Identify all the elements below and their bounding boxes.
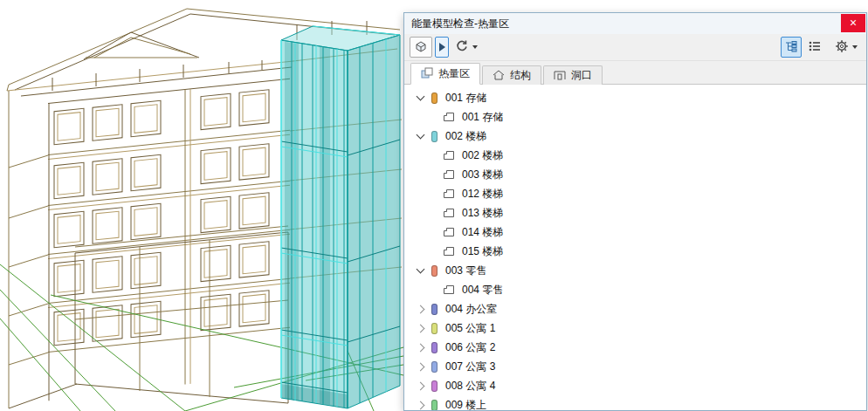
zone-stamp-icon — [443, 227, 455, 237]
group-label: 003 零售 — [445, 264, 486, 278]
tree-child-row[interactable]: 002 楼梯 — [404, 146, 866, 165]
child-label: 004 零售 — [462, 283, 503, 298]
tree-group-row[interactable]: 009 楼上 — [404, 395, 866, 410]
child-label: 012 楼梯 — [462, 187, 503, 202]
zone-color-swatch — [431, 92, 437, 104]
group-label: 007 公寓 3 — [445, 360, 495, 374]
tree-child-row[interactable]: 013 楼梯 — [404, 203, 866, 223]
tree-child-row[interactable]: 003 楼梯 — [404, 165, 866, 184]
tab-label: 结构 — [510, 68, 531, 83]
group-label: 006 公寓 2 — [445, 340, 495, 355]
child-label: 003 楼梯 — [462, 168, 503, 182]
tab-bar: 热量区 结构 洞口 — [404, 61, 866, 85]
window-title: 能量模型检查-热量区 — [411, 17, 509, 31]
tab-opening[interactable]: 洞口 — [543, 65, 603, 85]
model-update-button[interactable] — [410, 37, 432, 58]
house-icon — [493, 69, 505, 83]
cube-icon — [413, 39, 429, 56]
chevron-icon[interactable] — [417, 343, 425, 352]
chevron-icon[interactable] — [417, 265, 425, 274]
tree-group-row[interactable]: 008 公寓 4 — [404, 376, 866, 395]
zone-color-swatch — [431, 361, 437, 373]
child-label: 014 楼梯 — [462, 225, 503, 240]
tree-group-row[interactable]: 002 楼梯 — [404, 127, 866, 146]
chevron-icon[interactable] — [417, 324, 425, 332]
child-label: 001 存储 — [462, 110, 503, 125]
chevron-icon[interactable] — [417, 401, 425, 409]
front-facade-lines — [48, 79, 290, 401]
tab-label: 洞口 — [571, 68, 592, 83]
tree-group-row[interactable]: 007 公寓 3 — [404, 357, 866, 376]
expand-run-button[interactable] — [435, 37, 449, 58]
opening-icon — [554, 69, 566, 83]
child-label: 013 楼梯 — [462, 206, 503, 221]
zone-stamp-icon — [443, 246, 455, 257]
zone-color-swatch — [431, 304, 437, 315]
app-root: 能量模型检查-热量区 × — [0, 0, 868, 411]
group-label: 001 存储 — [445, 91, 486, 106]
dropdown-arrow-icon — [852, 45, 858, 49]
gear-icon — [835, 39, 849, 56]
zone-stamp-icon — [443, 150, 455, 161]
tab-thermal-zone[interactable]: 热量区 — [410, 63, 480, 85]
group-label: 002 楼梯 — [445, 129, 486, 144]
tree-view-button[interactable] — [781, 37, 802, 58]
window-titlebar[interactable]: 能量模型检查-热量区 × — [404, 13, 866, 34]
tab-structure[interactable]: 结构 — [482, 65, 541, 85]
settings-button[interactable] — [831, 37, 861, 58]
child-label: 015 楼梯 — [462, 244, 503, 259]
tree-group-row[interactable]: 006 公寓 2 — [404, 338, 866, 357]
zone-stamp-icon — [443, 284, 455, 295]
zone-color-swatch — [431, 380, 437, 392]
tree-view-icon — [784, 40, 798, 55]
group-label: 004 办公室 — [445, 302, 497, 317]
child-label: 002 楼梯 — [462, 148, 503, 163]
thermal-zone-icon — [421, 67, 433, 81]
zone-color-swatch — [431, 400, 437, 411]
refresh-button[interactable] — [451, 37, 481, 58]
zone-stamp-icon — [443, 208, 455, 218]
tree-child-row[interactable]: 012 楼梯 — [404, 184, 866, 203]
energy-review-window: 能量模型检查-热量区 × — [403, 12, 867, 411]
zone-color-swatch — [431, 265, 437, 277]
chevron-icon[interactable] — [417, 131, 425, 140]
facade-windows — [54, 90, 269, 346]
chevron-icon[interactable] — [417, 362, 425, 371]
selected-zone-highlight[interactable] — [281, 26, 400, 408]
close-button[interactable]: × — [841, 14, 865, 32]
group-label: 009 楼上 — [445, 398, 486, 411]
dropdown-arrow-icon — [472, 45, 478, 49]
chevron-icon[interactable] — [417, 305, 425, 313]
list-view-button[interactable] — [804, 37, 825, 58]
zone-color-swatch — [431, 323, 437, 334]
tree-child-row[interactable]: 004 零售 — [404, 280, 866, 299]
tab-label: 热量区 — [438, 66, 470, 81]
tree-group-row[interactable]: 005 公寓 1 — [404, 319, 866, 338]
tree-child-row[interactable]: 001 存储 — [404, 107, 866, 127]
group-label: 005 公寓 1 — [445, 321, 495, 336]
zone-stamp-icon — [443, 169, 455, 180]
tree-group-row[interactable]: 001 存储 — [404, 88, 866, 107]
zone-stamp-icon — [443, 188, 455, 199]
refresh-icon — [455, 39, 469, 56]
play-icon — [439, 43, 445, 51]
toolbar — [404, 34, 866, 61]
list-view-icon — [808, 40, 822, 55]
group-label: 008 公寓 4 — [445, 379, 495, 394]
tree-group-row[interactable]: 004 办公室 — [404, 299, 866, 319]
tree-child-row[interactable]: 014 楼梯 — [404, 223, 866, 242]
tree-child-row[interactable]: 015 楼梯 — [404, 242, 866, 261]
zone-color-swatch — [431, 342, 437, 353]
zone-color-swatch — [431, 131, 437, 142]
left-facade-lines — [9, 91, 77, 408]
zone-tree: 001 存储 001 存储 002 楼梯 002 楼梯 003 楼梯 012 楼… — [404, 85, 866, 410]
chevron-icon[interactable] — [417, 92, 425, 101]
zone-stamp-icon — [443, 112, 455, 122]
tree-group-row[interactable]: 003 零售 — [404, 261, 866, 280]
chevron-icon[interactable] — [417, 381, 425, 390]
